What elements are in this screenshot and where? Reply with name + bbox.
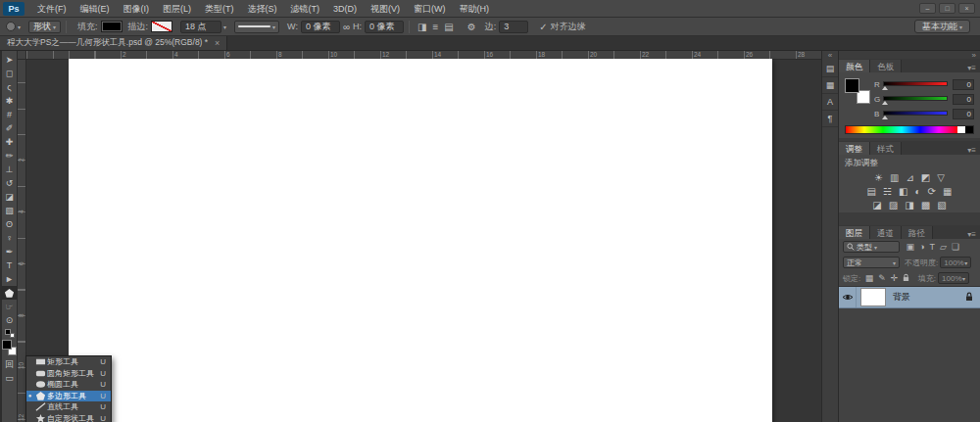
- layer-visibility-toggle[interactable]: [839, 287, 857, 307]
- crop-tool-icon[interactable]: #: [2, 108, 18, 121]
- clone-stamp-tool-icon[interactable]: ⊥: [2, 163, 18, 176]
- vibrance-icon[interactable]: ▽: [937, 172, 945, 184]
- slider-thumb-icon[interactable]: [882, 101, 888, 105]
- menu-item[interactable]: 3D(D): [326, 4, 364, 14]
- expand-panels-icon[interactable]: «: [828, 51, 832, 61]
- character-panel-icon[interactable]: A: [822, 94, 838, 111]
- filter-smart-objects-icon[interactable]: ❏: [949, 242, 961, 252]
- layers-panel-tab[interactable]: 通道: [870, 226, 902, 239]
- channel-value-input[interactable]: 0: [953, 109, 974, 119]
- blend-mode-select[interactable]: 正常 ▾: [843, 257, 900, 268]
- filter-adjustment-layers-icon[interactable]: ◑: [917, 242, 927, 252]
- color-panel-tab[interactable]: 颜色: [839, 60, 870, 72]
- panel-menu-icon[interactable]: ▾≡: [963, 146, 980, 155]
- channel-gradient-track[interactable]: [883, 81, 948, 86]
- gear-icon[interactable]: ⚙: [465, 22, 479, 32]
- path-alignment-icon[interactable]: ≡: [430, 22, 442, 32]
- chevron-down-icon[interactable]: ▾: [223, 23, 226, 30]
- shape-height-input[interactable]: 0 像素: [365, 21, 404, 33]
- selective-color-icon[interactable]: ▧: [937, 200, 946, 211]
- polygon-tool-item[interactable]: ●多边形工具U: [26, 391, 111, 402]
- paragraph-panel-icon[interactable]: ¶: [822, 111, 838, 127]
- line-tool-item[interactable]: 直线工具U: [26, 401, 111, 413]
- panel-menu-icon[interactable]: ▾≡: [963, 230, 980, 239]
- adjustments-panel-tab[interactable]: 调整: [839, 142, 870, 155]
- channel-value-input[interactable]: 0: [953, 79, 974, 90]
- minimize-button[interactable]: –: [919, 3, 936, 14]
- menu-item[interactable]: 图层(L): [156, 4, 198, 14]
- close-button[interactable]: ×: [958, 3, 975, 14]
- shape-tool-icon[interactable]: [1, 286, 19, 300]
- levels-icon[interactable]: ▥: [890, 172, 899, 184]
- channel-mixer-icon[interactable]: ⟳: [928, 186, 936, 198]
- menu-item[interactable]: 编辑(E): [74, 4, 117, 14]
- background-layer-row[interactable]: 背景: [839, 287, 980, 308]
- menu-item[interactable]: 文件(F): [30, 4, 74, 14]
- menu-item[interactable]: 选择(S): [241, 4, 284, 14]
- blur-tool-icon[interactable]: ʘ: [2, 217, 18, 231]
- slider-thumb-icon[interactable]: [882, 86, 888, 90]
- channel-value-input[interactable]: 0: [953, 94, 974, 105]
- menu-item[interactable]: 类型(T): [198, 4, 241, 14]
- fill-color-swatch[interactable]: [101, 21, 122, 32]
- menu-item[interactable]: 图像(I): [117, 4, 157, 14]
- healing-brush-tool-icon[interactable]: ✚: [2, 135, 18, 149]
- color-panel-tab[interactable]: 色板: [870, 60, 902, 72]
- exposure-icon[interactable]: ◩: [921, 172, 930, 184]
- maximize-button[interactable]: □: [939, 3, 956, 14]
- hue-saturation-icon[interactable]: ▤: [867, 186, 876, 198]
- stroke-width-input[interactable]: 18 点: [180, 21, 221, 33]
- spectrum-gradient[interactable]: [846, 126, 957, 133]
- pen-tool-icon[interactable]: ✒: [2, 245, 18, 258]
- invert-icon[interactable]: ◪: [872, 200, 881, 211]
- foreground-color-swatch[interactable]: [2, 340, 12, 350]
- path-operations-icon[interactable]: ◨: [415, 22, 429, 32]
- history-panel-icon[interactable]: ▤: [822, 61, 838, 77]
- gradient-tool-icon[interactable]: ▧: [2, 204, 18, 217]
- slider-thumb-icon[interactable]: [882, 116, 888, 119]
- threshold-icon[interactable]: ◨: [905, 200, 913, 211]
- lasso-tool-icon[interactable]: ς: [2, 80, 18, 94]
- ellipse-tool-item[interactable]: 椭圆工具U: [26, 379, 111, 391]
- shape-width-input[interactable]: 0 像素: [301, 21, 340, 33]
- tool-preset-picker[interactable]: ▾: [6, 22, 21, 31]
- lock-all-icon[interactable]: [901, 273, 912, 284]
- channel-slider[interactable]: [883, 80, 948, 89]
- move-tool-icon[interactable]: ➤: [2, 53, 18, 67]
- tool-mode-select[interactable]: 形状 ▾: [28, 21, 61, 33]
- opacity-input[interactable]: 100% ▾: [940, 257, 971, 268]
- stroke-style-select[interactable]: ▾: [234, 21, 279, 33]
- checkbox-checked-icon[interactable]: ✓: [536, 22, 550, 32]
- posterize-icon[interactable]: ▨: [889, 200, 898, 211]
- menu-item[interactable]: 窗口(W): [407, 4, 453, 14]
- filter-shape-layers-icon[interactable]: ▱: [937, 242, 949, 252]
- gradient-map-icon[interactable]: ▩: [921, 200, 930, 211]
- rounded-rectangle-tool-item[interactable]: 圆角矩形工具U: [26, 368, 111, 380]
- lock-image-pixels-icon[interactable]: ✎: [876, 273, 889, 283]
- filter-type-layers-icon[interactable]: T: [927, 242, 938, 252]
- color-balance-icon[interactable]: ☵: [883, 186, 892, 198]
- channel-slider[interactable]: [883, 95, 948, 104]
- path-selection-tool-icon[interactable]: ►: [2, 272, 18, 286]
- channel-gradient-track[interactable]: [883, 96, 948, 101]
- type-tool-icon[interactable]: T: [2, 258, 18, 272]
- link-dimensions-icon[interactable]: ∞: [340, 22, 353, 32]
- collapse-panels-icon[interactable]: »: [839, 51, 980, 59]
- lock-transparent-pixels-icon[interactable]: ▦: [862, 273, 876, 283]
- close-tab-icon[interactable]: ×: [215, 38, 220, 48]
- document-tab[interactable]: 程大大学PS之——几何形状工具.psd @ 25%(RGB/8) * ×: [0, 36, 227, 50]
- stroke-color-swatch[interactable]: [151, 21, 172, 32]
- lock-position-icon[interactable]: ✛: [888, 273, 901, 283]
- layer-thumbnail[interactable]: [860, 288, 886, 306]
- color-spectrum-ramp[interactable]: [845, 125, 974, 134]
- default-colors-icon[interactable]: [5, 329, 15, 338]
- channel-slider[interactable]: [883, 110, 948, 118]
- foreground-color-swatch[interactable]: [845, 78, 859, 93]
- custom-shape-tool-item[interactable]: 自定形状工具U: [26, 413, 111, 422]
- channel-gradient-track[interactable]: [883, 111, 948, 116]
- foreground-background-swatches[interactable]: [845, 78, 870, 104]
- path-arrange-icon[interactable]: ▤: [441, 22, 456, 32]
- layers-panel-tab[interactable]: 图层: [839, 226, 870, 239]
- marquee-tool-icon[interactable]: ◻: [2, 67, 18, 80]
- sides-input[interactable]: 3: [499, 21, 528, 33]
